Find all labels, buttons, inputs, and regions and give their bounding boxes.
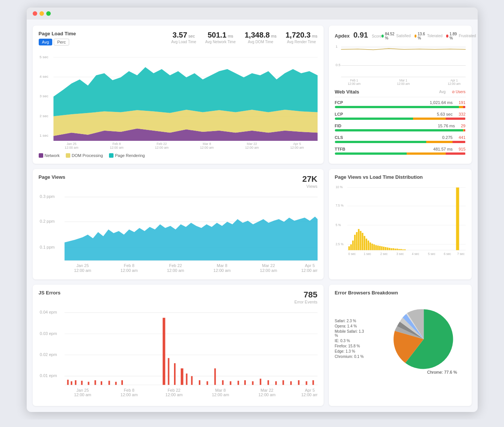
vital-cls-green bbox=[335, 141, 427, 143]
maximize-button-icon[interactable] bbox=[46, 11, 51, 16]
browsers-pie-section: Safari: 2.3 % Opera: 1.4 % Mobile Safari… bbox=[335, 298, 466, 380]
svg-rect-111 bbox=[75, 380, 76, 385]
satisfied-value: 84.52 % bbox=[385, 32, 395, 40]
svg-rect-62 bbox=[350, 244, 351, 250]
avg-network-unit: ms bbox=[228, 34, 233, 38]
svg-text:0.5: 0.5 bbox=[336, 63, 341, 67]
browsers-card: Error Browsers Breakdown Safari: 2.3 % O… bbox=[329, 285, 472, 406]
minimize-button-icon[interactable] bbox=[39, 11, 44, 16]
svg-text:0.03 epm: 0.03 epm bbox=[39, 331, 57, 336]
svg-rect-115 bbox=[100, 382, 102, 385]
perc-button[interactable]: Perc bbox=[54, 39, 69, 45]
vital-ttfb-bar bbox=[335, 152, 466, 155]
svg-text:12:00 am: 12:00 am bbox=[74, 268, 91, 272]
svg-text:Jan 25: Jan 25 bbox=[76, 263, 89, 268]
vital-cls-label-row: CLS 0.275 441 bbox=[335, 135, 466, 140]
browser-header bbox=[27, 8, 478, 20]
browser-firefox: Firefox: 15.8 % bbox=[335, 344, 364, 348]
svg-text:12:00 am: 12:00 am bbox=[290, 146, 304, 149]
tolerated-label: Tolerated bbox=[427, 34, 442, 38]
svg-rect-109 bbox=[67, 380, 68, 385]
svg-text:5 %: 5 % bbox=[336, 223, 341, 226]
page-views-chart: 0.3 ppm 0.2 ppm 0.1 ppm Jan 25 12:00 am … bbox=[39, 191, 318, 275]
page-load-title: Page Load Time bbox=[39, 31, 76, 36]
page-load-time-card: Page Load Time Avg Perc 3.57 sec Avg Loa… bbox=[33, 26, 324, 164]
svg-text:0.01 epm: 0.01 epm bbox=[39, 374, 57, 378]
browser-safari: Safari: 2.3 % bbox=[335, 319, 364, 323]
svg-text:Feb 22: Feb 22 bbox=[167, 388, 180, 392]
avg-network-label: Avg Network Time bbox=[205, 40, 236, 44]
page-views-count: 27K bbox=[302, 174, 317, 184]
avg-render-unit: ms bbox=[312, 34, 318, 38]
svg-text:12:00 am: 12:00 am bbox=[74, 393, 91, 397]
svg-rect-127 bbox=[214, 368, 216, 385]
vital-cls-red bbox=[453, 141, 466, 143]
vital-fid-green bbox=[335, 129, 463, 131]
frustrated-dot bbox=[446, 35, 448, 38]
avg-button[interactable]: Avg bbox=[39, 39, 53, 45]
legend-dom: DOM Processing bbox=[66, 153, 103, 158]
vital-fid-bar bbox=[335, 129, 466, 131]
vital-fcp-bar bbox=[335, 106, 466, 108]
avg-load-unit: sec bbox=[188, 34, 195, 38]
vital-lcp-bar bbox=[335, 118, 466, 120]
svg-text:12:00 am: 12:00 am bbox=[348, 82, 360, 85]
svg-text:Mar 22: Mar 22 bbox=[247, 142, 257, 146]
vital-ttfb-label-row: TTFB 481.57 ms 915 bbox=[335, 147, 466, 151]
vital-lcp-count: 332 bbox=[459, 112, 465, 116]
svg-rect-84 bbox=[392, 248, 394, 250]
svg-rect-73 bbox=[371, 243, 373, 250]
vital-fcp-red bbox=[463, 106, 466, 108]
vital-lcp-red bbox=[446, 118, 465, 120]
frustrated-label: Frustrated bbox=[459, 34, 476, 38]
page-views-header: Page Views 27K Views bbox=[39, 174, 318, 189]
svg-text:Apr 5: Apr 5 bbox=[293, 142, 301, 146]
svg-rect-88 bbox=[400, 249, 402, 250]
vital-cls-yellow bbox=[426, 141, 453, 143]
avg-network-value: 501.1 bbox=[207, 31, 226, 39]
vital-lcp-name: LCP bbox=[335, 112, 343, 116]
avg-render-value: 1,720.3 bbox=[286, 31, 311, 39]
apdex-score: 0.91 bbox=[353, 31, 368, 39]
load-dist-title: Page Views vs Load Time Distribution bbox=[335, 174, 466, 180]
vital-fcp-count: 191 bbox=[459, 100, 465, 105]
svg-rect-76 bbox=[377, 245, 378, 250]
svg-rect-74 bbox=[373, 244, 375, 250]
svg-text:7 sec: 7 sec bbox=[457, 252, 465, 256]
vital-lcp-label-row: LCP 5.63 sec 332 bbox=[335, 112, 466, 116]
svg-text:0.1 ppm: 0.1 ppm bbox=[39, 244, 54, 249]
svg-rect-116 bbox=[108, 381, 110, 385]
js-errors-card: JS Errors 785 Error Events 0.04 epm 0.03… bbox=[33, 285, 324, 406]
vital-fid-name: FID bbox=[335, 124, 342, 128]
browser-window: Page Load Time Avg Perc 3.57 sec Avg Loa… bbox=[27, 8, 478, 412]
svg-text:Chrome: 77.6 %: Chrome: 77.6 % bbox=[427, 370, 457, 374]
browsers-pie-chart: Chrome: 77.6 % bbox=[368, 298, 466, 380]
svg-rect-85 bbox=[394, 249, 396, 250]
svg-text:Jan 25: Jan 25 bbox=[67, 142, 76, 146]
apdex-chart-svg: 1 0.5 Feb 1 12:00 am Mar 1 12:00 am Apr … bbox=[335, 42, 466, 85]
tolerated-dot bbox=[415, 35, 417, 38]
satisfied-label: Satisfied bbox=[396, 34, 410, 38]
svg-rect-130 bbox=[238, 381, 239, 385]
avg-render-label: Avg Render Time bbox=[286, 40, 318, 44]
svg-text:5 sec: 5 sec bbox=[428, 252, 435, 256]
vital-lcp-yellow bbox=[413, 118, 446, 120]
svg-rect-129 bbox=[230, 382, 231, 385]
vital-cls-value: 0.275 bbox=[442, 135, 453, 140]
svg-text:1 sec: 1 sec bbox=[363, 252, 371, 256]
svg-rect-66 bbox=[358, 229, 359, 250]
svg-text:10 %: 10 % bbox=[336, 186, 343, 189]
vital-fid-count: 29 bbox=[461, 124, 465, 128]
svg-text:0 sec: 0 sec bbox=[348, 252, 356, 256]
svg-rect-133 bbox=[260, 379, 261, 385]
close-button-icon[interactable] bbox=[33, 11, 37, 16]
svg-text:0.02 epm: 0.02 epm bbox=[39, 352, 57, 357]
web-vitals-section: Web Vitals Avg ⊘ Users FCP 1,021.64 ms 1… bbox=[335, 89, 466, 155]
legend-dom-dot bbox=[66, 153, 70, 158]
vital-ttfb-red bbox=[446, 152, 465, 155]
svg-text:12:00 am: 12:00 am bbox=[301, 393, 318, 397]
svg-text:0.3 ppm: 0.3 ppm bbox=[39, 194, 54, 199]
web-vitals-title: Web Vitals bbox=[335, 89, 359, 95]
vital-cls: CLS 0.275 441 bbox=[335, 135, 466, 143]
svg-text:12:00 am: 12:00 am bbox=[301, 268, 318, 272]
